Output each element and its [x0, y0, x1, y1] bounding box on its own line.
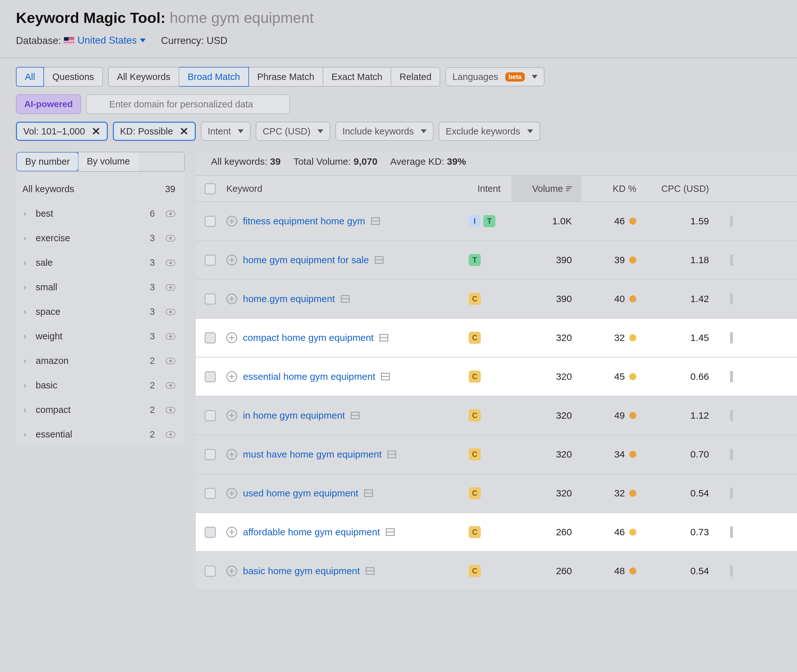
sidebar-tab-by-number[interactable]: By number [16, 152, 79, 172]
serp-icon[interactable] [341, 295, 350, 303]
eye-icon[interactable] [166, 382, 175, 389]
row-checkbox[interactable] [205, 410, 216, 421]
database-selector[interactable]: Database: United States [16, 35, 146, 46]
sidebar-item-compact[interactable]: ›compact2 [16, 398, 185, 422]
keyword-link[interactable]: affordable home gym equipment [243, 527, 380, 538]
col-header-kd[interactable]: KD % [582, 184, 642, 194]
add-to-list-icon[interactable] [226, 410, 237, 421]
add-to-list-icon[interactable] [226, 488, 237, 499]
add-to-list-icon[interactable] [226, 332, 237, 343]
summary-vol-value: 9,070 [354, 156, 377, 166]
row-checkbox[interactable] [205, 449, 216, 460]
sidebar-item-sale[interactable]: ›sale3 [16, 250, 185, 275]
serp-icon[interactable] [381, 373, 390, 381]
row-checkbox[interactable] [205, 488, 216, 499]
eye-icon[interactable] [166, 235, 175, 242]
tab-related[interactable]: Related [391, 67, 440, 87]
eye-icon[interactable] [166, 333, 175, 340]
filter-exclude-keywords[interactable]: Exclude keywords [439, 122, 540, 141]
tab-exact-match[interactable]: Exact Match [323, 67, 391, 87]
languages-dropdown[interactable]: Languages beta [445, 67, 545, 86]
serp-features-icon[interactable] [730, 371, 733, 382]
keyword-link[interactable]: basic home gym equipment [243, 566, 360, 576]
tab-questions[interactable]: Questions [44, 67, 103, 87]
row-checkbox[interactable] [205, 566, 216, 577]
col-header-intent[interactable]: Intent [467, 184, 512, 194]
filter-include-keywords[interactable]: Include keywords [335, 122, 434, 141]
serp-icon[interactable] [371, 217, 380, 225]
col-header-volume[interactable]: Volume [512, 176, 582, 202]
tab-all[interactable]: All [16, 67, 44, 87]
keyword-link[interactable]: fitness equipment home gym [243, 216, 366, 227]
serp-icon[interactable] [379, 334, 388, 342]
tab-broad-match[interactable]: Broad Match [179, 67, 249, 87]
eye-icon[interactable] [166, 309, 175, 315]
row-checkbox[interactable] [205, 293, 216, 305]
sidebar-item-weight[interactable]: ›weight3 [16, 324, 185, 349]
tool-name: Keyword Magic Tool: [16, 9, 165, 26]
serp-features-icon[interactable] [730, 488, 733, 499]
serp-features-icon[interactable] [730, 293, 733, 305]
eye-icon[interactable] [166, 260, 175, 266]
eye-icon[interactable] [166, 432, 175, 438]
sidebar-item-best[interactable]: ›best6 [16, 202, 185, 226]
sidebar-tab-by-volume[interactable]: By volume [79, 152, 138, 171]
serp-icon[interactable] [366, 567, 375, 575]
row-checkbox[interactable] [205, 527, 216, 538]
filter-chip-volume[interactable]: Vol: 101–1,000 ✕ [16, 122, 108, 141]
serp-icon[interactable] [386, 528, 394, 536]
serp-icon[interactable] [375, 256, 383, 264]
sidebar-item-exercise[interactable]: ›exercise3 [16, 226, 185, 250]
close-icon[interactable]: ✕ [180, 125, 188, 138]
serp-features-icon[interactable] [730, 254, 733, 266]
filter-intent[interactable]: Intent [201, 122, 251, 141]
eye-icon[interactable] [166, 211, 175, 217]
add-to-list-icon[interactable] [226, 371, 237, 382]
serp-features-icon[interactable] [730, 449, 733, 460]
row-checkbox[interactable] [205, 216, 216, 227]
filter-cpc[interactable]: CPC (USD) [256, 122, 330, 141]
serp-features-icon[interactable] [730, 410, 733, 421]
sidebar-item-space[interactable]: ›space3 [16, 299, 185, 324]
domain-input[interactable] [86, 94, 290, 114]
col-header-cpc[interactable]: CPC (USD) [642, 184, 718, 194]
row-checkbox[interactable] [205, 371, 216, 382]
add-to-list-icon[interactable] [226, 449, 237, 460]
tab-phrase-match[interactable]: Phrase Match [249, 67, 323, 87]
sidebar-all-keywords[interactable]: All keywords 39 [16, 172, 185, 202]
row-checkbox[interactable] [205, 332, 216, 344]
serp-features-icon[interactable] [730, 526, 733, 538]
select-all-checkbox[interactable] [205, 183, 216, 194]
serp-features-icon[interactable] [730, 332, 733, 344]
sidebar-item-amazon[interactable]: ›amazon2 [16, 349, 185, 373]
sidebar-item-essential[interactable]: ›essential2 [16, 422, 185, 447]
intent-badge-t: T [483, 215, 496, 227]
serp-features-icon[interactable] [730, 215, 733, 227]
add-to-list-icon[interactable] [226, 527, 237, 538]
eye-icon[interactable] [166, 284, 175, 291]
add-to-list-icon[interactable] [226, 216, 237, 227]
eye-icon[interactable] [166, 358, 175, 364]
tab-all-keywords[interactable]: All Keywords [108, 67, 180, 87]
serp-features-icon[interactable] [730, 565, 733, 577]
sidebar-item-basic[interactable]: ›basic2 [16, 373, 185, 398]
col-header-keyword[interactable]: Keyword [225, 184, 467, 194]
keyword-link[interactable]: compact home gym equipment [243, 332, 374, 343]
eye-icon[interactable] [166, 407, 175, 413]
keyword-link[interactable]: used home gym equipment [243, 488, 358, 499]
keyword-link[interactable]: home.gym equipment [243, 293, 335, 304]
add-to-list-icon[interactable] [226, 566, 237, 576]
filter-chip-kd[interactable]: KD: Possible ✕ [113, 122, 196, 141]
add-to-list-icon[interactable] [226, 254, 237, 266]
serp-icon[interactable] [351, 412, 359, 419]
close-icon[interactable]: ✕ [91, 125, 100, 138]
keyword-link[interactable]: home gym equipment for sale [243, 254, 369, 266]
keyword-link[interactable]: must have home gym equipment [243, 449, 382, 460]
row-checkbox[interactable] [205, 254, 216, 266]
keyword-link[interactable]: essential home gym equipment [243, 371, 375, 382]
keyword-link[interactable]: in home gym equipment [243, 410, 345, 421]
add-to-list-icon[interactable] [226, 293, 237, 304]
serp-icon[interactable] [364, 490, 373, 497]
serp-icon[interactable] [387, 451, 396, 458]
sidebar-item-small[interactable]: ›small3 [16, 275, 185, 299]
